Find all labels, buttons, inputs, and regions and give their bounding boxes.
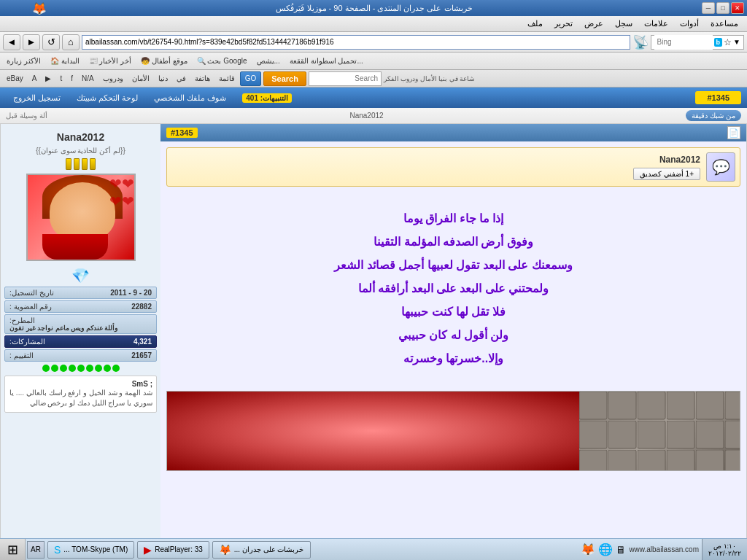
post-header: 📄 #1345 [160,124,746,141]
realplayer-icon: ▶ [144,544,152,556]
dot-6 [69,365,76,372]
refresh-button[interactable]: ↺ [42,34,60,50]
posts-label: المشاركات: [9,338,45,346]
member-id-label: رقم العضوية : [9,303,52,311]
address-bar[interactable] [82,35,630,50]
user-name-card[interactable]: Nana2012 [633,155,700,165]
poem-line-3: وسمعنك على البعد تقول لعبيها أجمل قصائد … [175,254,732,277]
poem-line-7: وإلا..خسرتها وخسرته [175,347,732,370]
bookmark-start[interactable]: 🏠 البداية [47,55,83,66]
toolbar2-search-button[interactable]: Search [263,71,306,86]
posts-value: 4,321 [133,338,152,346]
search-arrow-icon: ▼ [733,38,740,46]
sidebar-username[interactable]: Nana2012 [4,128,157,147]
sms-text: شد الهمة و شد الخيل و ارفع راسك بالعالي … [9,388,152,408]
toolbar2-go-btn[interactable]: GO [240,71,262,86]
menu-edit[interactable]: تحرير [549,18,578,30]
menu-history[interactable]: سجل [609,18,638,30]
avatar-dress [42,234,108,260]
toolbar-security[interactable]: الأمان [128,73,153,84]
dot-5 [77,365,85,372]
bookmark-kids[interactable]: 🧒 موقع أطفال [137,55,191,66]
bookmark-misc2[interactable]: تحميل اسطوانة الققعة... [286,55,367,66]
menu-help[interactable]: مساعدة [705,18,744,30]
dot-3 [95,365,102,372]
poem-line-4: ولمحتني على البعد على البعد أرافقه ألما [175,277,732,300]
post-user-link[interactable]: Nana2012 [47,112,686,120]
gold-bar-2 [82,158,88,170]
reg-date-value: 20 - 9 - 2011 [110,289,152,297]
firefox-taskbar-icon: 🦊 [219,544,231,556]
toolbar-phone[interactable]: هاتفة [191,73,214,84]
back-button[interactable]: ◄ [3,34,20,50]
window-controls: ─ □ ✕ [702,2,744,14]
forum-nav-bar: #1345 التنبيهات: 401 شوف ملفك الشخصي لوح… [0,88,747,108]
date-display: ٢٠١٢/٠٢/٢٢ [708,550,741,557]
toolbar2-search-input[interactable] [309,71,382,86]
toolbar-dropbox[interactable]: ودروب [99,73,127,84]
close-button[interactable]: ✕ [731,2,744,14]
nav-logout[interactable]: تسجيل الخروج [6,91,68,105]
toolbar-na[interactable]: N/A [78,73,98,84]
maximize-button[interactable]: □ [716,2,729,14]
dot-4 [86,365,93,372]
bing-search-input[interactable] [654,35,713,50]
toolbar2-text-right: شاعة في بنيا الأمال ودروب الفكر [384,75,476,82]
minimize-button[interactable]: ─ [702,2,715,14]
add-friend-label: أضفني كصديق [640,170,684,178]
rss-icon[interactable]: 📡 [632,34,649,50]
rating-row: 21657 التقييم : [4,349,157,362]
taskbar-right: 🦊 🌐 🖥 www.albailassan.com [578,542,702,556]
poem-line-1: إذا ما جاء الفراق يوما [175,207,732,230]
dot-7 [60,365,67,372]
go-button[interactable]: GO [240,71,262,86]
toolbar-youtube[interactable]: ▶ [42,73,55,84]
menu-view[interactable]: عرض [578,18,609,30]
toolbar-in[interactable]: في [173,73,190,84]
nav-control-panel[interactable]: لوحة التحكم شبيتك [69,91,145,105]
sms-section: ; SmS شد الهمة و شد الخيل و ارفع راسك با… [4,376,157,413]
reg-date-label: تاريخ التسجيل: [9,289,54,297]
home-button[interactable]: ⌂ [62,34,80,50]
toolbar-world[interactable]: دنيا [155,73,171,84]
forward-button[interactable]: ► [23,34,40,50]
toolbar-twitter[interactable]: t [56,73,66,84]
user-avatar-small: 💬 [706,152,735,182]
poem-area: إذا ما جاء الفراق يوما وفوق أرض الصدفه ا… [160,192,746,385]
plus-icon: +1 [686,170,694,178]
nav-notifications[interactable]: التنبيهات: 401 [235,91,299,104]
sms-title: ; SmS [9,380,152,388]
doc-icon[interactable]: 📄 [727,126,740,139]
hearts-background: ❤❤❤❤ [109,175,134,210]
taskbar-skype[interactable]: S ... TOM-Skype (TM) [47,541,134,559]
ie-sys-icon[interactable]: 🌐 [598,542,613,556]
reputation-dots [4,365,157,372]
nav-show-profile[interactable]: شوف ملفك الشخصي [147,91,233,105]
toolbar2: eBay A ▶ t f N/A ودروب الأمان دنيا في ها… [0,70,747,88]
firefox-sys-icon[interactable]: 🦊 [581,542,595,556]
bookmark-news[interactable]: 📰 أخر الأخبار [85,55,136,66]
menu-tools[interactable]: أدوات [674,18,705,30]
sims-icon: 💎 [4,267,157,284]
svg-rect-2 [579,392,740,471]
post-previous[interactable]: ألة وسيلة قبل [6,112,47,120]
toolbar-list[interactable]: قائمة [215,73,239,84]
bookmark-misc1[interactable]: يشص... [253,55,284,66]
menu-bookmarks[interactable]: علامات [638,18,674,30]
add-friend-button[interactable]: +1 أضفني كصديق [633,168,700,180]
menu-file[interactable]: ملف [522,18,549,30]
language-badge: AR [27,541,44,559]
taskbar-realplayer[interactable]: ▶ RealPlayer: 33 [137,541,209,559]
post-image [166,391,740,471]
toolbar-facebook[interactable]: f [67,73,77,84]
bookmark-visited[interactable]: الأكثر زيارة [3,55,44,66]
taskbar-forum[interactable]: 🦊 ... خربشات على جدران [212,541,311,559]
toolbar-ebay[interactable]: eBay [3,73,27,84]
member-id-row: 22882 رقم العضوية : [4,300,157,313]
start-button[interactable]: ⊞ [0,539,26,560]
chat-icon: 💬 [712,158,730,176]
toolbar-amazon[interactable]: A [28,73,41,84]
rating-label: التقييم : [9,351,34,359]
skype-icon: S [54,544,61,556]
bookmark-google[interactable]: 🔍 بحث Google [193,55,251,66]
